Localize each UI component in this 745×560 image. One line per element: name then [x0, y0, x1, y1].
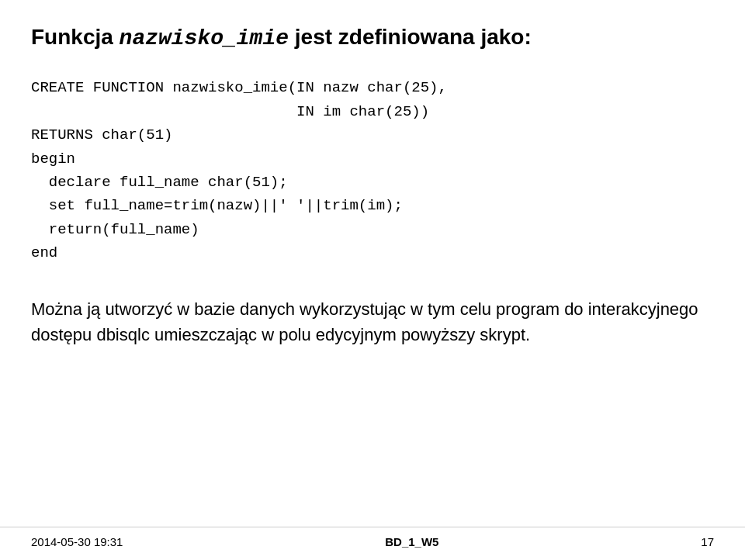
title-prefix: Funkcja	[31, 25, 120, 49]
code-line-7: return(full_name)	[31, 218, 714, 241]
code-block: CREATE FUNCTION nazwisko_imie(IN nazw ch…	[31, 76, 714, 264]
footer-filename: BD_1_W5	[385, 535, 438, 548]
code-line-8: end	[31, 241, 714, 264]
main-content: Funkcja nazwisko_imie jest zdefiniowana …	[0, 0, 745, 363]
code-line-4: begin	[31, 147, 714, 171]
code-line-1: CREATE FUNCTION nazwisko_imie(IN nazw ch…	[31, 76, 714, 99]
code-line-3: RETURNS char(51)	[31, 123, 714, 147]
description-content: Można ją utworzyć w bazie danych wykorzy…	[31, 299, 698, 344]
code-line-5: declare full_name char(51);	[31, 171, 714, 194]
footer-date: 2014-05-30 19:31	[31, 535, 123, 548]
footer-page: 17	[701, 535, 714, 548]
code-line-6: set full_name=trim(nazw)||' '||trim(im);	[31, 194, 714, 217]
title-code-name: nazwisko_imie	[120, 26, 289, 50]
footer: 2014-05-30 19:31 BD_1_W5 17	[0, 527, 745, 548]
code-line-2: IN im char(25))	[31, 100, 714, 123]
description-text: Można ją utworzyć w bazie danych wykorzy…	[31, 296, 714, 347]
title-suffix: jest zdefiniowana jako:	[289, 25, 532, 49]
title-line: Funkcja nazwisko_imie jest zdefiniowana …	[31, 23, 714, 53]
